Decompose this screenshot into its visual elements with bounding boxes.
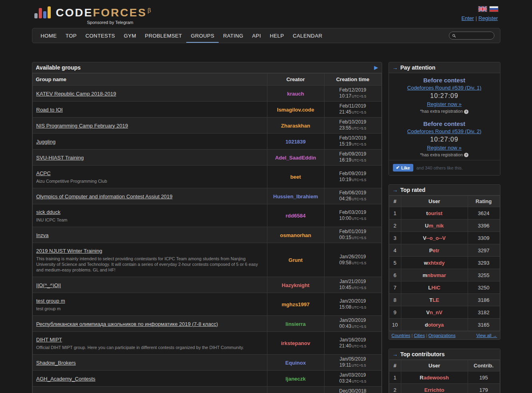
group-link[interactable]: AGH_Academy_Contests xyxy=(36,376,96,382)
nav-link[interactable]: PROBLEMSET xyxy=(141,28,187,43)
group-link[interactable]: ||O(^_^)O|| xyxy=(36,282,61,288)
group-link[interactable]: Shadow_Brokers xyxy=(36,360,76,366)
group-link[interactable]: Olympics of Computer and information Con… xyxy=(36,194,173,199)
user-link[interactable]: tourist xyxy=(426,210,442,216)
nav-link[interactable]: GROUPS xyxy=(186,28,219,43)
group-link[interactable]: Республиканская олимпиада школьников по … xyxy=(36,321,218,327)
nav-item-groups[interactable]: GROUPS xyxy=(186,28,219,43)
top-contributors-table: # User Contrib. 1Radewoosh1952Errichto17… xyxy=(389,360,500,393)
creator-link[interactable]: TripleM5da xyxy=(282,392,309,393)
user-link[interactable]: V--o_o--V xyxy=(423,235,446,241)
creation-clock: 10:19 xyxy=(339,177,351,182)
footer-link-cities[interactable]: Cities xyxy=(414,333,425,338)
user-link[interactable]: Um_nik xyxy=(425,223,444,229)
nav-link[interactable]: API xyxy=(248,28,265,43)
creator-link[interactable]: Adel_SaadEddin xyxy=(275,155,316,161)
creator-link[interactable]: linsierra xyxy=(285,321,306,327)
contest-link[interactable]: Codeforces Round #539 (Div. 2) xyxy=(407,128,481,134)
register-link[interactable]: Register xyxy=(478,15,498,21)
nav-link[interactable]: CALENDAR xyxy=(289,28,327,43)
user-link[interactable]: wxhtxdy xyxy=(424,260,444,266)
uk-flag-icon[interactable] xyxy=(478,6,487,12)
creator-link[interactable]: Grunt xyxy=(289,257,303,263)
nav-item-problemset[interactable]: PROBLEMSET xyxy=(141,28,187,43)
user-link[interactable]: Radewoosh xyxy=(420,375,449,381)
creator-link[interactable]: ljaneczk xyxy=(285,376,306,382)
creator-link[interactable]: irkstepanov xyxy=(281,340,310,346)
nav-item-top[interactable]: TOP xyxy=(61,28,81,43)
like-button[interactable]: ✔ Like xyxy=(393,164,413,172)
nav-link[interactable]: RATING xyxy=(219,28,248,43)
question-icon[interactable]: ? xyxy=(464,153,468,157)
creator-link[interactable]: beet xyxy=(290,174,301,180)
nav-item-api[interactable]: API xyxy=(248,28,265,43)
group-link[interactable]: NIS Programming Camp February 2019 xyxy=(36,123,128,129)
logo[interactable]: CODEFORCESβ Sponsored by Telegram xyxy=(34,5,152,25)
group-link[interactable]: Juggling xyxy=(36,139,56,145)
group-name-cell: ACPCAizu Competitive Programming Club xyxy=(32,166,267,188)
expand-arrow-icon[interactable]: ▶ xyxy=(374,65,378,70)
group-creator-cell: Ismagilov.code xyxy=(267,102,324,118)
group-link[interactable]: KATEV Republic Camp 2018-2019 xyxy=(36,91,116,97)
group-link[interactable]: SVU-HIAST Training xyxy=(36,155,84,161)
nav-link[interactable]: HOME xyxy=(36,28,62,43)
group-link[interactable]: test group m xyxy=(36,298,65,304)
creator-link[interactable]: 1021839 xyxy=(285,139,306,145)
nav-item-home[interactable]: HOME xyxy=(36,28,62,43)
group-link[interactable]: ACPC xyxy=(36,170,51,176)
creator-link[interactable]: osmanorhan xyxy=(280,232,311,238)
group-link[interactable]: DIHT MIPT xyxy=(36,337,62,343)
group-link[interactable]: Inzva xyxy=(36,232,49,238)
contest-link[interactable]: Codeforces Round #539 (Div. 1) xyxy=(407,85,481,91)
ru-flag-icon[interactable] xyxy=(490,6,498,12)
user-link[interactable]: LHiC xyxy=(428,285,440,291)
nav-link[interactable]: TOP xyxy=(61,28,81,43)
register-now-link[interactable]: Register now » xyxy=(427,101,462,107)
user-link[interactable]: mnbvmar xyxy=(422,272,446,278)
creation-time: 03:24UTC+5.5 xyxy=(325,378,381,385)
view-all-link[interactable]: View all → xyxy=(476,333,497,338)
footer-link-organizations[interactable]: Organizations xyxy=(428,333,456,338)
group-name-cell: 2019 NJUST Winter TrainingThis training … xyxy=(32,243,267,277)
user-link[interactable]: Errichto xyxy=(424,387,444,393)
creator-link[interactable]: Zharaskhan xyxy=(281,123,310,129)
nav-item-help[interactable]: HELP xyxy=(265,28,289,43)
enter-link[interactable]: Enter xyxy=(462,15,474,21)
group-link[interactable]: Road to IOI xyxy=(36,107,63,113)
arrow-icon: → xyxy=(393,187,398,193)
question-icon[interactable]: ? xyxy=(464,110,468,114)
value-cell: 3309 xyxy=(468,232,500,244)
group-link[interactable]: Algorithms Course Contest xyxy=(36,392,98,393)
creator-link[interactable]: krauch xyxy=(287,91,304,97)
user-link[interactable]: Vn_nV xyxy=(426,309,442,315)
register-now-link[interactable]: Register now » xyxy=(427,145,462,151)
creator-link[interactable]: Ismagilov.code xyxy=(277,107,314,113)
nav-item-contests[interactable]: CONTESTS xyxy=(81,28,120,43)
user-link[interactable]: dotorya xyxy=(425,322,444,328)
footer-link-countries[interactable]: Countries xyxy=(392,333,410,338)
pay-attention-panel: → Pay attention Before contestCodeforces… xyxy=(389,62,500,176)
group-link[interactable]: sick dduck xyxy=(36,209,61,215)
group-row: DIHT MIPTOfficial DIHT MIPT group. Here … xyxy=(32,332,381,355)
nav-item-calendar[interactable]: CALENDAR xyxy=(289,28,327,43)
nav-link[interactable]: HELP xyxy=(265,28,289,43)
creator-link[interactable]: Hazyknight xyxy=(282,282,309,288)
group-name-cell: Olympics of Computer and information Con… xyxy=(32,188,267,204)
user-link[interactable]: TLE xyxy=(429,297,439,303)
nav-link[interactable]: CONTESTS xyxy=(81,28,120,43)
pay-attention-body: Before contestCodeforces Round #539 (Div… xyxy=(389,73,500,160)
creator-link[interactable]: rdd6584 xyxy=(286,213,306,219)
creation-date: Feb/09/2019 xyxy=(325,151,381,157)
creator-link[interactable]: Equinox xyxy=(285,360,306,366)
group-name-cell: Road to IOI xyxy=(32,102,267,118)
search-box[interactable] xyxy=(449,32,494,40)
search-input[interactable] xyxy=(458,32,491,39)
creation-clock: 16:19 xyxy=(339,157,351,163)
nav-item-rating[interactable]: RATING xyxy=(219,28,248,43)
group-link[interactable]: 2019 NJUST Winter Training xyxy=(36,248,102,254)
creator-link[interactable]: Hussien_Ibrahiem xyxy=(273,194,318,199)
creator-link[interactable]: mghzs1997 xyxy=(281,301,309,307)
user-link[interactable]: Petr xyxy=(429,247,439,253)
nav-item-gym[interactable]: GYM xyxy=(120,28,141,43)
nav-link[interactable]: GYM xyxy=(120,28,141,43)
